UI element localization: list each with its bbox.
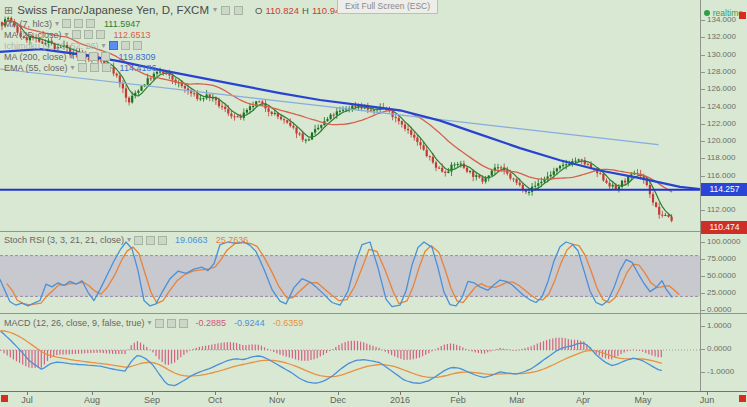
axis-tick bbox=[701, 259, 705, 260]
red-marker bbox=[739, 395, 746, 402]
stoch-k-value: 19.0663 bbox=[175, 235, 208, 245]
macd-hist-value: -0.2885 bbox=[196, 318, 227, 328]
macd-signal-value: -0.6359 bbox=[273, 318, 304, 328]
axis-tick bbox=[701, 293, 705, 294]
indicator-eye-button[interactable] bbox=[78, 63, 87, 72]
price-axis-label: 75.0000 bbox=[707, 254, 736, 263]
symbol-menu-icon[interactable]: ⊞ bbox=[4, 4, 13, 17]
indicator-close-button[interactable] bbox=[101, 52, 110, 61]
time-axis-label: Jun bbox=[692, 395, 722, 405]
price-axis-label: 50.0000 bbox=[707, 271, 736, 280]
indicator-value: 114.4186 bbox=[120, 63, 157, 73]
indicator-row: MA (7, hlc3)▾111.5947 bbox=[4, 18, 437, 29]
price-axis-label: 118.000 bbox=[707, 153, 735, 162]
pane-separator[interactable] bbox=[0, 231, 747, 232]
axis-tick bbox=[701, 310, 705, 311]
indicator-value: 119.8309 bbox=[119, 52, 156, 62]
axis-tick bbox=[701, 55, 705, 56]
macd-legend: MACD (12, 26, close, 9, false, true) ▾ -… bbox=[4, 318, 303, 328]
price-axis-label: 25.0000 bbox=[707, 288, 736, 297]
macd-close-button[interactable] bbox=[179, 319, 188, 328]
axis-tick bbox=[701, 210, 705, 211]
price-axis-label: 0.0000 bbox=[707, 305, 731, 314]
chevron-down-icon[interactable]: ▾ bbox=[55, 20, 59, 28]
time-axis[interactable]: JulAugSepOctNovDec2016FebMarAprMayJun bbox=[0, 391, 747, 407]
chevron-down-icon[interactable]: ▾ bbox=[65, 31, 69, 39]
horizontal-line-price-badge: 114.257 bbox=[701, 183, 747, 196]
chevron-down-icon[interactable]: ▾ bbox=[148, 319, 152, 327]
fullscreen-tooltip: Exit Full Screen (ESC) bbox=[337, 0, 438, 14]
indicator-row: EMA (55, close)▾114.4186 bbox=[4, 62, 437, 73]
time-axis-label: Mar bbox=[502, 395, 532, 405]
legend-settings-button[interactable] bbox=[234, 6, 243, 15]
axis-tick bbox=[701, 20, 705, 21]
indicator-settings-button[interactable] bbox=[84, 30, 93, 39]
axis-tick bbox=[701, 176, 705, 177]
indicator-label[interactable]: MA (7, hlc3) bbox=[4, 19, 52, 29]
chevron-down-icon[interactable]: ▾ bbox=[70, 53, 74, 61]
macd-line-value: -0.9244 bbox=[234, 318, 265, 328]
indicator-close-button[interactable] bbox=[133, 41, 142, 50]
indicator-settings-button[interactable] bbox=[74, 19, 83, 28]
time-axis-label: Oct bbox=[200, 395, 230, 405]
price-axis-label: 116.000 bbox=[707, 171, 735, 180]
axis-tick bbox=[701, 372, 705, 373]
time-axis-label: Jul bbox=[12, 395, 42, 405]
stoch-rsi-legend: Stoch RSI (3, 3, 21, 21, close) ▾ 19.066… bbox=[4, 235, 248, 245]
indicator-label[interactable]: EMA (55, close) bbox=[4, 63, 68, 73]
red-marker bbox=[739, 12, 746, 19]
price-axis-label: 128.000 bbox=[707, 67, 736, 76]
macd-settings-button[interactable] bbox=[167, 319, 176, 328]
indicator-eye-button[interactable] bbox=[72, 30, 81, 39]
price-axis-label: 1.0000 bbox=[707, 321, 731, 330]
axis-tick bbox=[701, 326, 705, 327]
price-axis-label: 130.000 bbox=[707, 50, 736, 59]
indicator-label[interactable]: MA (200, close) bbox=[4, 52, 67, 62]
price-axis-label: 120.000 bbox=[707, 136, 736, 145]
time-axis-label: Sep bbox=[137, 395, 167, 405]
macd-hide-button[interactable] bbox=[155, 319, 164, 328]
stoch-close-button[interactable] bbox=[158, 236, 167, 245]
stoch-hide-button[interactable] bbox=[134, 236, 143, 245]
indicator-settings-button[interactable] bbox=[121, 41, 130, 50]
axis-tick bbox=[701, 107, 705, 108]
pane-separator[interactable] bbox=[0, 313, 747, 314]
indicator-close-button[interactable] bbox=[86, 19, 95, 28]
indicator-settings-button[interactable] bbox=[89, 52, 98, 61]
legend-hide-button[interactable] bbox=[221, 6, 230, 15]
indicator-label[interactable]: MA (25, close) bbox=[4, 30, 62, 40]
price-axis-label: -1.0000 bbox=[707, 367, 734, 376]
indicator-eye-button[interactable] bbox=[62, 19, 71, 28]
indicator-value: 111.5947 bbox=[104, 19, 140, 29]
price-axis-label: 126.000 bbox=[707, 84, 736, 93]
realtime-dot-icon bbox=[704, 10, 710, 16]
red-marker bbox=[1, 395, 8, 402]
axis-tick bbox=[701, 89, 705, 90]
time-axis-label: Feb bbox=[443, 395, 473, 405]
stoch-rsi-label[interactable]: Stoch RSI (3, 3, 21, 21, close) bbox=[4, 235, 124, 245]
price-axis-label: 124.000 bbox=[707, 102, 736, 111]
indicator-row: Ichimoku (9, 26, 52, 26)▾ bbox=[4, 40, 437, 51]
time-axis-label: May bbox=[628, 395, 658, 405]
indicator-eye-button[interactable] bbox=[109, 41, 118, 50]
indicator-close-button[interactable] bbox=[96, 30, 105, 39]
chevron-down-icon[interactable]: ▾ bbox=[102, 42, 106, 50]
time-axis-label: Apr bbox=[568, 395, 598, 405]
axis-tick bbox=[701, 124, 705, 125]
macd-label[interactable]: MACD (12, 26, close, 9, false, true) bbox=[4, 318, 145, 328]
axis-tick bbox=[701, 349, 705, 350]
chevron-down-icon[interactable]: ▾ bbox=[213, 6, 217, 14]
stoch-settings-button[interactable] bbox=[146, 236, 155, 245]
price-axis[interactable]: realtime 134.000132.000130.000128.000126… bbox=[700, 0, 747, 391]
indicator-close-button[interactable] bbox=[102, 63, 111, 72]
indicator-label[interactable]: Ichimoku (9, 26, 52, 26) bbox=[4, 41, 99, 51]
axis-tick bbox=[701, 72, 705, 73]
realtime-status: realtime bbox=[704, 8, 743, 18]
axis-tick bbox=[701, 242, 705, 243]
chevron-down-icon[interactable]: ▾ bbox=[71, 64, 75, 72]
symbol-title[interactable]: Swiss Franc/Japanese Yen, D, FXCM bbox=[17, 4, 209, 16]
indicator-legend-rows: MA (7, hlc3)▾111.5947MA (25, close)▾112.… bbox=[4, 18, 437, 73]
indicator-settings-button[interactable] bbox=[90, 63, 99, 72]
indicator-eye-button[interactable] bbox=[77, 52, 86, 61]
chevron-down-icon[interactable]: ▾ bbox=[127, 236, 131, 244]
